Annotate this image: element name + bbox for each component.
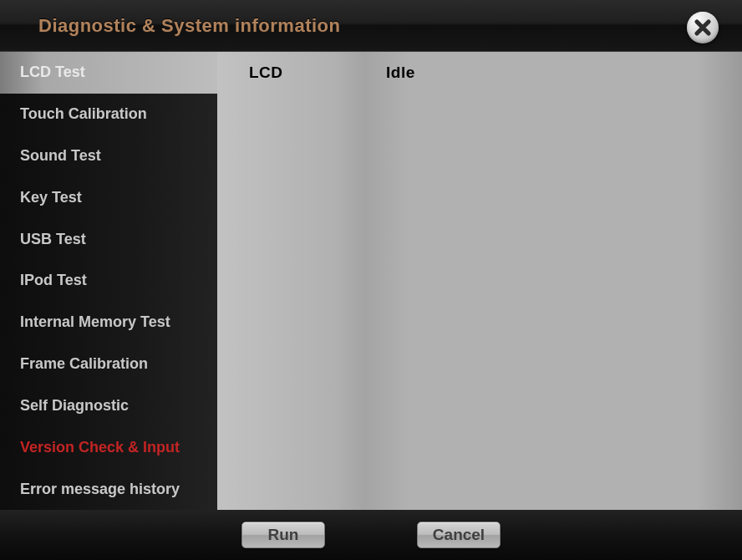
sidebar-item-label: Key Test [20,189,82,206]
sidebar-item-label: IPod Test [20,272,87,289]
close-button[interactable] [687,12,719,43]
sidebar-item-self-diagnostic[interactable]: Self Diagnostic [0,385,217,427]
sidebar-item-label: Self Diagnostic [20,397,129,415]
panel-right-label: Idle [386,64,415,82]
sidebar-item-label: Touch Calibration [20,105,147,123]
sidebar-item-version-check-input[interactable]: Version Check & Input [0,426,217,468]
sidebar-item-key-test[interactable]: Key Test [0,176,217,218]
cancel-button[interactable]: Cancel [417,522,501,548]
run-button[interactable]: Run [241,522,325,548]
sidebar-item-label: Sound Test [20,147,101,165]
panel-left-label: LCD [249,64,283,82]
sidebar-item-lcd-test[interactable]: LCD Test [0,52,217,94]
sidebar: LCD Test Touch Calibration Sound Test Ke… [0,52,217,510]
sidebar-item-label: Error message history [20,481,180,498]
sidebar-item-usb-test[interactable]: USB Test [0,218,217,260]
body: LCD Test Touch Calibration Sound Test Ke… [0,52,742,510]
close-icon [694,18,712,37]
sidebar-item-ipod-test[interactable]: IPod Test [0,260,217,302]
sidebar-item-label: LCD Test [20,64,85,81]
sidebar-item-label: Frame Calibration [20,355,148,373]
panel-right: Idle [364,52,742,510]
sidebar-item-label: USB Test [20,231,86,248]
sidebar-item-internal-memory-test[interactable]: Internal Memory Test [0,302,217,344]
sidebar-item-touch-calibration[interactable]: Touch Calibration [0,94,217,135]
footer: Run Cancel [0,510,742,560]
sidebar-item-frame-calibration[interactable]: Frame Calibration [0,344,217,385]
panel-left: LCD [217,52,364,510]
sidebar-item-error-message-history[interactable]: Error message history [0,468,217,510]
page-title: Diagnostic & System information [38,15,340,37]
content-panel: LCD Idle [217,52,742,510]
sidebar-item-label: Version Check & Input [20,439,180,456]
header: Diagnostic & System information [0,0,742,52]
sidebar-item-sound-test[interactable]: Sound Test [0,135,217,177]
app-root: Diagnostic & System information LCD Test… [0,0,742,560]
sidebar-item-label: Internal Memory Test [20,313,170,331]
